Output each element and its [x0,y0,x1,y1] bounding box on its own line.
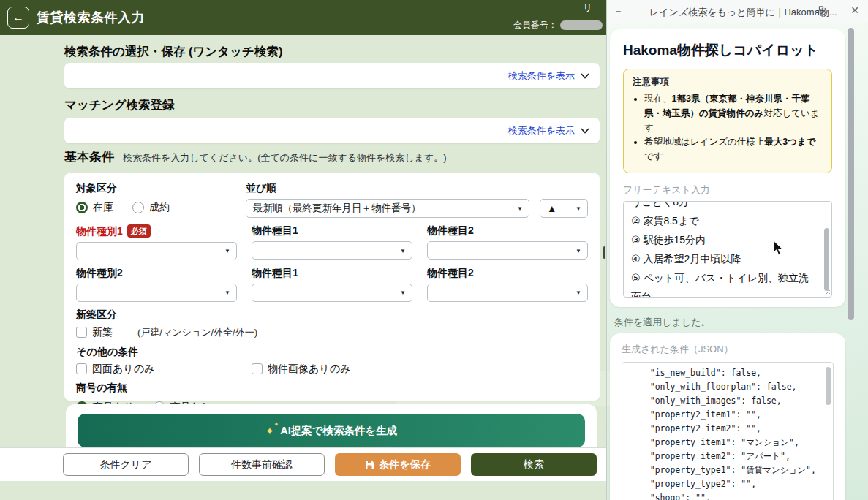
member-number: 会員番号： [513,19,603,31]
radio-zaiko[interactable]: 在庫 [76,201,113,214]
sort-direction-select[interactable]: ▲▼ [540,199,588,218]
radio-off-icon [132,202,144,213]
pin-icon [815,5,827,18]
select-arrow-icon: ▼ [224,248,230,254]
select-arrow-icon: ▼ [575,247,581,254]
property2-item1-group: 物件種目1 ▼ [252,267,412,302]
onetouch-card: 検索条件を表示 [64,63,600,88]
header-text-fragment: リ [583,2,592,15]
show-conditions-link-matching[interactable]: 検索条件を表示 [508,124,575,137]
select-arrow-icon: ▼ [517,205,523,212]
back-button[interactable]: ← [7,7,29,29]
show-conditions-link-onetouch[interactable]: 検索条件を表示 [508,69,575,83]
chevron-down-icon[interactable] [581,128,589,134]
images-only-checkbox[interactable]: 物件画像ありのみ [252,363,412,376]
property-type1-group: 物件種別1必須 ▼ [76,224,237,260]
sort-select[interactable]: 最新順（最終更新年月日＋物件番号）▼ [246,199,529,218]
pin-button[interactable] [815,5,829,18]
resize-grip-icon[interactable] [823,289,831,296]
select-arrow-icon: ▼ [400,247,406,254]
json-code: "is_new_build": false, "only_with_floorp… [630,366,817,500]
property-item2-select[interactable]: ▼ [427,241,588,260]
section-title-matching: マッチング検索登録 [64,97,174,113]
ai-suggest-card: ✦✦ AI提案で検索条件を生成 [66,404,597,447]
chevron-down-icon[interactable] [581,73,589,79]
close-panel-button[interactable]: ✕ [850,4,859,16]
newbuild-note: (戸建/マンション/外全/外一) [137,326,257,339]
property-type1-label: 物件種別1必須 [76,224,237,238]
main-content: 検索条件の選択・保存 (ワンタッチ検索) 検索条件を表示 マッチング検索登録 検… [0,35,607,500]
checkbox-icon [76,363,87,374]
section-basic-subtitle: 検索条件を入力してください。(全ての条件に一致する物件を検索します。) [123,151,447,164]
select-arrow-icon: ▼ [224,289,230,296]
precheck-count-button[interactable]: 件数事前確認 [199,453,325,476]
property-type1-select[interactable]: ▼ [76,242,237,260]
free-text-label: フリーテキスト入力 [623,183,832,197]
ai-generate-button[interactable]: ✦✦ AI提案で検索条件を生成 [78,414,585,447]
footer-action-bar: 条件クリア 件数事前確認 条件を保存 検索 [0,447,607,481]
main-area: ← 賃貸検索条件入力 リ 会員番号： 検索条件の選択・保存 (ワンタッチ検索) … [0,0,607,500]
textarea-scrollbar-thumb[interactable] [824,228,829,291]
applied-message: 条件を適用しました。 [614,316,711,329]
checkbox-icon [252,363,263,374]
section-title-basic: 基本条件 [64,148,114,165]
free-text-input[interactable]: うことく8万 ② 家賃8.5まで ③ 駅徒歩15分内 ④ 入居希望2月中頃以降 … [623,201,832,298]
property2-item2-group: 物件種目2 ▼ [427,267,588,302]
property-type2-select[interactable]: ▼ [76,284,237,302]
side-panel-title: レインズ検索をもっと簡単に｜Hakoma物... [649,6,837,19]
newbuild-checkbox[interactable]: 新築 [76,326,113,339]
search-button[interactable]: 検索 [471,453,597,476]
dash-icon [616,11,621,12]
app-window: ← 賃貸検索条件入力 リ 会員番号： 検索条件の選択・保存 (ワンタッチ検索) … [0,0,868,500]
copilot-title: Hakoma物件探しコパイロット [623,41,832,60]
section-title-onetouch: 検索条件の選択・保存 (ワンタッチ検索) [64,44,282,60]
side-panel: レインズ検索をもっと簡単に｜Hakoma物... ✕ Hakoma物件探しコパイ… [607,0,868,500]
target-kubun-label: 対象区分 [76,182,246,195]
notice-title: 注意事項 [633,76,823,88]
member-number-redacted [560,20,603,30]
matching-card: 検索条件を表示 [64,118,600,143]
basic-conditions-card: 対象区分 在庫 成約 並び順 最新順（最終更新年月日＋物件番号）▼ ▲▼ [64,173,600,401]
panel-resize-handle[interactable] [603,246,605,259]
property-item1-group: 物件種目1 ▼ [252,224,412,260]
property2-item1-select[interactable]: ▼ [252,284,412,302]
property-type2-group: 物件種別2 ▼ [76,267,237,302]
notice-item: 現在、1都3県（東京都・神奈川県・千葉県・埼玉県）の賃貸物件のみ対応しています [644,92,823,135]
side-panel-header: レインズ検索をもっと簡単に｜Hakoma物... ✕ [607,0,868,23]
panel-divider [606,0,607,500]
json-scrollbar-thumb[interactable] [826,367,831,405]
free-text-content: うことく8万 ② 家賃8.5まで ③ 駅徒歩15分内 ④ 入居希望2月中頃以降 … [631,201,812,298]
member-number-label: 会員番号： [513,19,557,31]
sparkle-icon: ✦✦ [265,425,275,436]
notice-box: 注意事項 現在、1都3県（東京都・神奈川県・千葉県・埼玉県）の賃貸物件のみ対応し… [623,69,832,173]
page-title: 賃貸検索条件入力 [37,9,145,26]
radio-seiyaku[interactable]: 成約 [132,201,170,214]
clear-conditions-button[interactable]: 条件クリア [63,453,189,476]
floppy-icon [365,460,374,469]
generated-json-label: 生成された条件（JSON） [622,343,834,356]
generated-json-card: 生成された条件（JSON） "is_new_build": false, "on… [610,333,845,500]
app-header: ← 賃貸検索条件入力 リ 会員番号： [0,0,607,35]
close-icon: ✕ [850,4,859,16]
section-basic-header: 基本条件 検索条件を入力してください。(全ての条件に一致する物件を検索します。) [64,148,447,165]
select-arrow-icon: ▼ [400,289,406,296]
json-code-box[interactable]: "is_new_build": false, "only_with_floorp… [622,362,834,500]
back-arrow-icon: ← [12,11,24,23]
copilot-card: Hakoma物件探しコパイロット 注意事項 現在、1都3県（東京都・神奈川県・千… [610,29,845,307]
sidebar-scrollbar-thumb[interactable] [848,28,854,320]
checkbox-icon [76,327,87,338]
side-panel-body: Hakoma物件探しコパイロット 注意事項 現在、1都3県（東京都・神奈川県・千… [607,23,868,500]
shogo-label: 商号の有無 [76,382,588,395]
notice-item: 希望地域はレインズの仕様上最大3つまでです [644,135,823,164]
required-badge: 必須 [127,224,151,238]
select-arrow-icon: ▼ [575,289,581,296]
other-conditions-label: その他の条件 [76,346,588,359]
select-arrow-icon: ▼ [575,205,581,212]
property2-item2-select[interactable]: ▼ [427,284,588,302]
floorplan-only-checkbox[interactable]: 図面ありのみ [76,363,237,376]
sort-label: 並び順 [246,182,588,195]
property-item2-group: 物件種目2 ▼ [427,224,588,260]
save-conditions-button[interactable]: 条件を保存 [335,453,461,476]
radio-on-icon [76,202,88,213]
property-item1-select[interactable]: ▼ [252,241,412,260]
